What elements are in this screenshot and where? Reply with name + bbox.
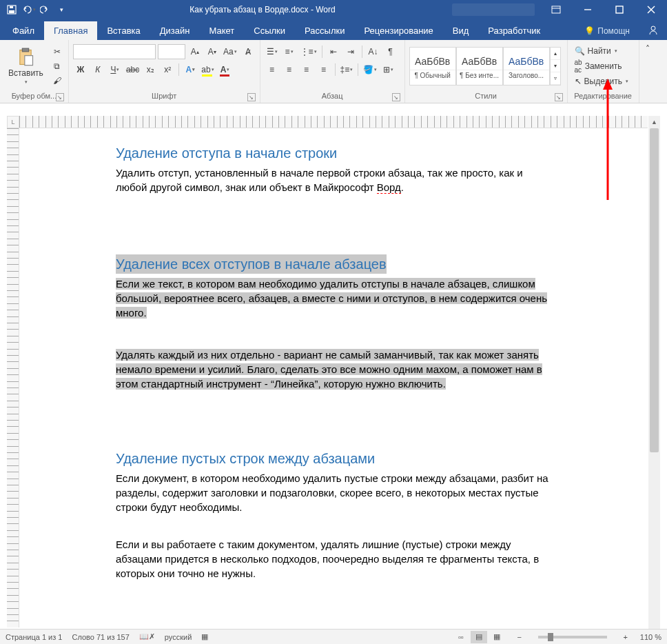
grow-font-icon[interactable]: A▴ <box>187 44 203 59</box>
italic-button[interactable]: К <box>90 62 105 77</box>
svg-rect-3 <box>552 6 560 13</box>
heading-1: Удаление отступа в начале строки <box>116 143 551 163</box>
tell-me-search[interactable]: 💡 Помощн <box>580 26 639 40</box>
spellcheck-icon[interactable]: 📖✗ <box>139 632 155 641</box>
read-mode-icon[interactable]: ▫▫ <box>453 631 469 643</box>
bullets-icon[interactable]: ☰▾ <box>265 44 280 59</box>
document-area[interactable]: Удаление отступа в начале строки Удалить… <box>19 128 648 644</box>
svg-rect-2 <box>10 6 13 8</box>
select-button[interactable]: ↖Выделить▾ <box>572 74 631 88</box>
cut-icon[interactable]: ✂ <box>50 46 64 58</box>
ribbon-display-icon[interactable] <box>540 0 572 19</box>
tab-layout[interactable]: Макет <box>199 21 244 40</box>
zoom-slider[interactable] <box>538 636 607 638</box>
svg-rect-6 <box>616 6 623 13</box>
paragraph-1: Удалить отступ, установленный в начале п… <box>116 165 551 194</box>
zoom-in-icon[interactable]: + <box>621 633 630 641</box>
paragraph-5: Если и вы работаете с таким документом, … <box>116 537 551 581</box>
paragraph-3: Удалять каждый из них отдельно - вариант… <box>116 349 542 390</box>
tab-insert[interactable]: Вставка <box>97 21 150 40</box>
highlight-color-icon[interactable]: ab▾ <box>200 62 215 77</box>
font-size-combo[interactable] <box>158 44 185 59</box>
web-layout-icon[interactable]: ▦ <box>489 631 505 643</box>
multilevel-list-icon[interactable]: ⋮≡▾ <box>299 44 318 59</box>
numbering-icon[interactable]: ≡▾ <box>282 44 297 59</box>
tab-file[interactable]: Файл <box>3 21 44 40</box>
shrink-font-icon[interactable]: A▾ <box>205 44 220 59</box>
minimize-icon[interactable] <box>572 0 604 19</box>
strikethrough-button[interactable]: abc <box>125 62 141 77</box>
clipboard-launcher[interactable]: ↘ <box>56 93 64 101</box>
group-editing: 🔍Найти▾ abacЗаменить ↖Выделить▾ Редактир… <box>568 40 639 103</box>
align-left-icon[interactable]: ≡ <box>265 62 280 77</box>
tab-review[interactable]: Рецензирование <box>354 21 442 40</box>
increase-indent-icon[interactable]: ⇥ <box>343 44 358 59</box>
clear-formatting-icon[interactable]: A̷ <box>240 44 256 59</box>
sort-icon[interactable]: A↓ <box>366 44 381 59</box>
tab-design[interactable]: Дизайн <box>150 21 200 40</box>
find-button[interactable]: 🔍Найти▾ <box>572 44 631 58</box>
line-spacing-icon[interactable]: ‡≡▾ <box>339 62 355 77</box>
justify-icon[interactable]: ≡ <box>316 62 331 77</box>
paste-button[interactable]: Вставить▾ <box>4 43 48 89</box>
scroll-up-icon[interactable]: ▲ <box>648 116 660 128</box>
selected-block-2: Удалять каждый из них отдельно - вариант… <box>116 349 542 390</box>
title-bar: ▾ ▾ Как убрать абзац в Ворде.docx - Word <box>0 0 667 19</box>
borders-icon[interactable]: ⊞▾ <box>380 62 396 77</box>
status-language[interactable]: русский <box>165 633 192 641</box>
maximize-icon[interactable] <box>604 0 635 19</box>
styles-scroll[interactable]: ▴▾▿ <box>550 47 561 85</box>
font-name-combo[interactable] <box>73 44 156 59</box>
scroll-thumb[interactable] <box>650 128 659 452</box>
replace-button[interactable]: abacЗаменить <box>572 59 631 73</box>
zoom-out-icon[interactable]: − <box>515 633 524 641</box>
tab-references[interactable]: Ссылки <box>244 21 295 40</box>
decrease-indent-icon[interactable]: ⇤ <box>326 44 341 59</box>
font-launcher[interactable]: ↘ <box>247 93 256 101</box>
macro-icon[interactable]: ▦ <box>201 632 208 641</box>
text-effects-icon[interactable]: A▾ <box>183 62 198 77</box>
tab-home[interactable]: Главная <box>44 21 97 40</box>
style-heading1[interactable]: АаБбВвЗаголово... <box>503 47 550 85</box>
format-painter-icon[interactable]: 🖌 <box>50 74 64 87</box>
align-center-icon[interactable]: ≡ <box>282 62 297 77</box>
ruler-corner[interactable]: L <box>7 116 19 128</box>
status-page[interactable]: Страница 1 из 1 <box>6 633 62 641</box>
paragraph-2: Если же текст, в котором вам необходимо … <box>116 278 547 319</box>
bold-button[interactable]: Ж <box>73 62 88 77</box>
style-no-spacing[interactable]: АаБбВв¶ Без инте... <box>456 47 503 85</box>
copy-icon[interactable]: ⧉ <box>50 60 64 72</box>
superscript-button[interactable]: x² <box>160 62 175 77</box>
paste-icon <box>16 48 35 67</box>
redo-icon[interactable] <box>37 2 52 17</box>
lightbulb-icon: 💡 <box>584 26 595 36</box>
print-layout-icon[interactable]: ▤ <box>471 631 487 643</box>
save-icon[interactable] <box>4 2 19 17</box>
collapse-ribbon-icon[interactable]: ˄ <box>639 40 656 103</box>
svg-rect-12 <box>25 55 33 65</box>
align-right-icon[interactable]: ≡ <box>299 62 314 77</box>
underline-button[interactable]: Ч▾ <box>107 62 123 77</box>
subscript-button[interactable]: x₂ <box>143 62 158 77</box>
undo-icon[interactable]: ▾ <box>21 2 36 17</box>
style-normal[interactable]: АаБбВв¶ Обычный <box>409 47 456 85</box>
show-marks-icon[interactable]: ¶ <box>383 44 398 59</box>
font-color-icon[interactable]: A▾ <box>218 62 233 77</box>
change-case-icon[interactable]: Aa▾ <box>222 44 238 59</box>
qat-customize-icon[interactable]: ▾ <box>54 2 69 17</box>
shading-icon[interactable]: 🪣▾ <box>362 62 378 77</box>
svg-point-9 <box>651 26 655 30</box>
share-icon[interactable] <box>639 25 667 40</box>
group-paragraph: ☰▾ ≡▾ ⋮≡▾ ⇤ ⇥ A↓ ¶ ≡ ≡ ≡ ≡ ‡≡▾ 🪣▾ ⊞▾ <box>260 40 405 103</box>
paragraph-launcher[interactable]: ↘ <box>392 93 400 101</box>
styles-launcher[interactable]: ↘ <box>555 93 563 101</box>
close-icon[interactable] <box>635 0 667 19</box>
status-words[interactable]: Слово 71 из 157 <box>72 633 129 641</box>
horizontal-ruler[interactable] <box>19 116 648 128</box>
tab-view[interactable]: Вид <box>443 21 479 40</box>
tab-developer[interactable]: Разработчик <box>478 21 550 40</box>
zoom-level[interactable]: 110 % <box>640 633 661 641</box>
tab-mailings[interactable]: Рассылки <box>295 21 354 40</box>
vertical-scrollbar[interactable]: ▲ ▼ <box>648 116 660 644</box>
vertical-ruler[interactable] <box>7 128 19 627</box>
